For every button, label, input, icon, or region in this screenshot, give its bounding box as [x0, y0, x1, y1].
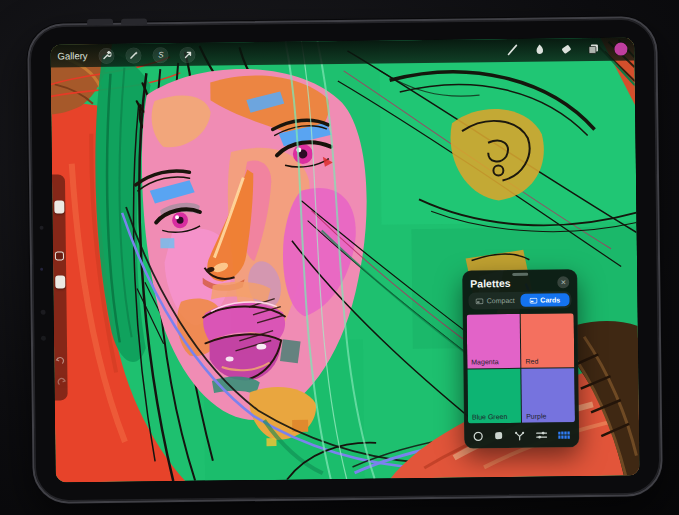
classic-mode-icon[interactable] — [494, 431, 503, 440]
opacity-slider[interactable] — [55, 275, 65, 288]
smudge-tool-icon[interactable] — [533, 41, 545, 59]
palette-card-blue-green[interactable]: Blue Green — [467, 369, 520, 423]
card-label: Red — [525, 357, 538, 364]
harmony-mode-icon[interactable] — [514, 430, 525, 440]
front-camera — [40, 226, 44, 230]
palette-card-red[interactable]: Red — [521, 313, 574, 367]
card-label: Magenta — [471, 358, 498, 365]
tablet-device: Gallery S — [27, 16, 663, 504]
palettes-panel: Palettes × Compact Cards Magenta — [462, 269, 579, 448]
panel-header: Palettes × — [462, 275, 577, 292]
svg-text:S: S — [158, 50, 164, 59]
panel-title: Palettes — [470, 277, 510, 289]
tab-compact-label: Compact — [487, 297, 515, 304]
brush-sidebar — [52, 174, 68, 400]
palette-view-tabs: Compact Cards — [468, 291, 571, 309]
volume-up-button — [87, 19, 113, 25]
transform-arrow-icon[interactable] — [179, 46, 195, 62]
palettes-mode-icon[interactable] — [558, 431, 570, 439]
compact-card-icon — [476, 298, 484, 304]
card-label: Purple — [526, 413, 546, 420]
color-mode-bar — [464, 422, 579, 448]
brush-size-slider[interactable] — [54, 200, 64, 213]
app-screen: Gallery S — [50, 37, 639, 482]
palette-card-purple[interactable]: Purple — [522, 368, 575, 422]
brush-tool-icon[interactable] — [506, 41, 518, 59]
tab-compact[interactable]: Compact — [470, 294, 520, 308]
disc-mode-icon[interactable] — [473, 431, 483, 441]
card-label: Blue Green — [472, 413, 508, 420]
sensor-dot — [41, 310, 46, 315]
modify-button[interactable] — [55, 251, 64, 260]
layers-icon[interactable] — [587, 40, 599, 58]
sensor-dot — [40, 268, 43, 271]
value-mode-icon[interactable] — [536, 431, 547, 440]
tab-cards-label: Cards — [540, 296, 560, 303]
undo-button[interactable] — [55, 354, 66, 365]
palette-card-grid: Magenta Red Blue Green Purple — [467, 313, 575, 423]
toolbar-left-group: Gallery S — [57, 46, 195, 64]
cards-card-icon — [529, 297, 537, 303]
tab-cards[interactable]: Cards — [520, 293, 570, 307]
active-color-swatch[interactable] — [614, 43, 627, 56]
toolbar-right-group — [506, 40, 627, 59]
close-icon[interactable]: × — [557, 276, 569, 288]
backdrop: Gallery S — [0, 0, 679, 515]
actions-wrench-icon[interactable] — [98, 47, 114, 63]
selection-icon[interactable]: S — [152, 47, 168, 63]
palette-card-magenta[interactable]: Magenta — [467, 314, 520, 368]
sensor-dot — [41, 336, 46, 341]
redo-button[interactable] — [55, 375, 66, 386]
gallery-button[interactable]: Gallery — [57, 50, 87, 61]
volume-down-button — [121, 18, 147, 24]
eraser-tool-icon[interactable] — [560, 41, 572, 59]
adjustments-wand-icon[interactable] — [125, 47, 141, 63]
